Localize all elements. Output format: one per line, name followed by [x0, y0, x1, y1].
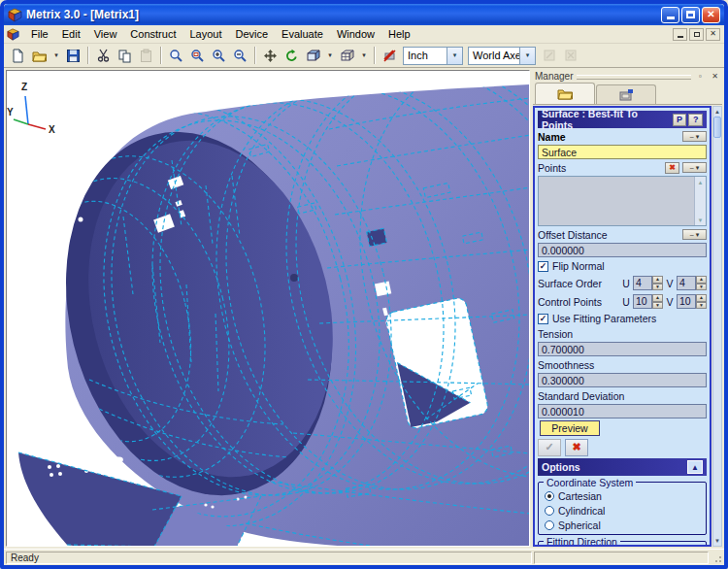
tension-input[interactable]: 0.700000 — [538, 342, 707, 356]
cut-button[interactable] — [93, 46, 114, 66]
spin-up-icon[interactable]: ▲ — [652, 294, 663, 302]
pin-button[interactable]: P — [673, 114, 687, 126]
cancel-button[interactable]: ✖ — [565, 439, 588, 456]
use-fitting-checkbox[interactable]: ✓ — [538, 314, 548, 324]
3d-viewport[interactable]: Z Y X — [6, 70, 530, 547]
rotate-button[interactable] — [281, 46, 302, 66]
mdi-close-button[interactable]: ✕ — [706, 28, 720, 41]
spin-down-icon[interactable]: ▼ — [652, 284, 663, 291]
zoom-window-icon — [190, 49, 205, 63]
help-button[interactable]: ? — [688, 114, 703, 126]
view-dropdown-button[interactable]: ▾ — [324, 46, 336, 66]
render-mode-button[interactable] — [337, 46, 357, 66]
surface-order-u-value[interactable]: 4 — [633, 276, 652, 290]
preview-button[interactable]: Preview — [540, 420, 600, 436]
dropdown-icon: ▾ — [362, 51, 366, 59]
zoom-out-button[interactable] — [230, 46, 250, 66]
menu-construct[interactable]: Construct — [123, 26, 182, 42]
apply-button[interactable]: ✓ — [538, 439, 561, 456]
collapse-options-button[interactable]: ▲ — [687, 460, 703, 474]
points-options-button[interactable]: – ▾ — [682, 162, 707, 173]
menu-layout[interactable]: Layout — [182, 26, 228, 42]
smoothness-input[interactable]: 0.300000 — [538, 373, 707, 387]
status-text: Ready — [11, 552, 39, 563]
points-listbox[interactable]: ▲ ▼ — [538, 176, 707, 226]
maximize-button[interactable] — [681, 7, 700, 23]
mdi-restore-button[interactable] — [689, 28, 704, 41]
units-dropdown-icon[interactable]: ▾ — [447, 48, 462, 64]
surface-order-v-spinner[interactable]: 4 ▲▼ — [677, 276, 707, 290]
tab-browser[interactable] — [535, 83, 595, 104]
copy-button[interactable] — [115, 46, 135, 66]
zoom-in-button[interactable] — [209, 46, 229, 66]
measure-off-icon — [382, 49, 397, 63]
offset-options-button[interactable]: – ▾ — [682, 229, 707, 240]
zoom-button[interactable] — [166, 46, 186, 66]
spin-up-icon[interactable]: ▲ — [652, 276, 663, 284]
points-label: Points — [538, 162, 665, 174]
units-combobox[interactable]: Inch ▾ — [403, 47, 463, 65]
surface-order-v-value[interactable]: 4 — [677, 276, 696, 290]
app-icon — [8, 8, 22, 22]
surface-order-u-spinner[interactable]: 4 ▲▼ — [633, 276, 663, 290]
axes-tool-button-1[interactable] — [539, 46, 559, 66]
axes-combobox[interactable]: World Axes ▾ — [468, 47, 536, 65]
spin-down-icon[interactable]: ▼ — [696, 284, 707, 291]
control-points-u-spinner[interactable]: 10 ▲▼ — [633, 294, 663, 309]
manager-pin-button[interactable]: ▫ — [695, 71, 706, 82]
u-label: U — [622, 278, 630, 289]
control-points-v-value[interactable]: 10 — [677, 294, 696, 309]
stddev-input[interactable]: 0.000010 — [538, 404, 707, 418]
new-button[interactable] — [8, 46, 28, 66]
name-input[interactable]: Surface — [538, 145, 707, 159]
points-list-scrollbar[interactable]: ▲ ▼ — [694, 177, 706, 225]
resize-grip[interactable] — [711, 552, 722, 563]
open-dropdown-button[interactable]: ▾ — [50, 46, 62, 66]
manager-title: Manager — [535, 71, 573, 82]
axes-dropdown-icon[interactable]: ▾ — [519, 48, 535, 64]
pan-button[interactable] — [260, 46, 281, 66]
menu-view[interactable]: View — [87, 26, 124, 42]
paste-button[interactable] — [136, 46, 156, 66]
spherical-radio[interactable] — [545, 520, 554, 530]
save-button[interactable] — [63, 46, 83, 66]
mdi-minimize-button[interactable] — [673, 28, 687, 41]
scrollbar-thumb[interactable] — [713, 117, 721, 138]
render-dropdown-button[interactable]: ▾ — [358, 46, 370, 66]
control-points-u-value[interactable]: 10 — [633, 294, 652, 309]
flip-normal-checkbox[interactable]: ✓ — [538, 261, 548, 272]
surface-order-label: Surface Order — [538, 278, 619, 289]
zoom-in-icon — [212, 49, 226, 63]
zoom-window-button[interactable] — [187, 46, 208, 66]
title-bar[interactable]: Metrix 3.0 - [Metrix1] ✕ — [4, 4, 724, 25]
menu-evaluate[interactable]: Evaluate — [275, 26, 330, 42]
name-options-button[interactable]: – ▾ — [682, 131, 707, 142]
spin-up-icon[interactable]: ▲ — [696, 294, 707, 302]
axis-z-label: Z — [21, 82, 27, 92]
cartesian-label: Cartesian — [558, 490, 602, 502]
tab-scene[interactable] — [596, 84, 656, 104]
menu-edit[interactable]: Edit — [55, 26, 87, 42]
cylindrical-radio[interactable] — [545, 506, 554, 516]
clear-points-button[interactable]: ✖ — [665, 162, 679, 174]
measure-toggle-button[interactable] — [380, 46, 400, 66]
control-points-v-spinner[interactable]: 10 ▲▼ — [677, 294, 707, 309]
offset-distance-input[interactable]: 0.000000 — [538, 243, 707, 257]
panel-scrollbar[interactable]: ▲ ▼ — [712, 106, 722, 547]
spin-down-icon[interactable]: ▼ — [652, 302, 663, 310]
pan-icon — [263, 49, 278, 63]
axes-tool-button-2[interactable] — [560, 46, 580, 66]
menu-window[interactable]: Window — [330, 26, 381, 42]
menu-file[interactable]: File — [24, 26, 55, 42]
cartesian-radio[interactable] — [545, 491, 554, 501]
view-orientation-button[interactable] — [303, 46, 323, 66]
close-button[interactable]: ✕ — [702, 7, 720, 23]
dropdown-icon: ▾ — [54, 51, 58, 59]
minimize-button[interactable] — [661, 7, 679, 23]
spin-down-icon[interactable]: ▼ — [696, 302, 707, 310]
open-button[interactable] — [29, 46, 50, 66]
spin-up-icon[interactable]: ▲ — [696, 276, 707, 284]
menu-help[interactable]: Help — [381, 26, 417, 42]
manager-close-button[interactable]: ✕ — [710, 71, 720, 82]
menu-device[interactable]: Device — [228, 26, 275, 42]
